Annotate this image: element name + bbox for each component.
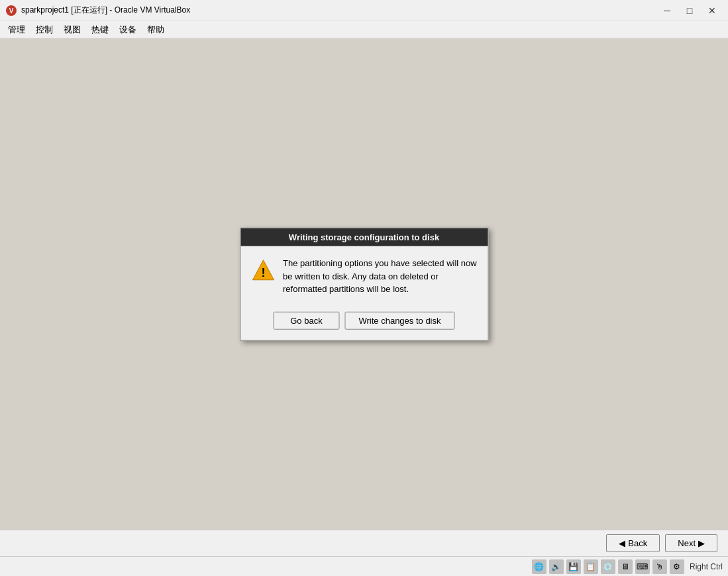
next-arrow-icon: ▶ xyxy=(698,538,705,548)
write-changes-button[interactable]: Write changes to disk xyxy=(344,311,454,329)
minimize-button[interactable]: ─ xyxy=(656,3,678,19)
titlebar: V sparkproject1 [正在运行] - Oracle VM Virtu… xyxy=(0,0,728,21)
back-arrow-icon: ◀ xyxy=(619,538,625,548)
menu-item-hotkey[interactable]: 热键 xyxy=(86,22,114,38)
dialog-buttons: Go back Write changes to disk xyxy=(240,306,488,340)
menubar: 管理 控制 视图 热键 设备 帮助 xyxy=(0,21,728,38)
navigation-bar: ◀ Back Next ▶ xyxy=(0,530,728,556)
window-controls: ─ □ ✕ xyxy=(656,3,723,19)
close-button[interactable]: ✕ xyxy=(702,3,723,19)
statusbar: 🌐 🔊 💾 📋 💿 🖥 ⌨ 🖱 ⚙ Right Ctrl xyxy=(0,556,728,576)
menu-item-devices[interactable]: 设备 xyxy=(114,22,142,38)
keyboard-icon: ⌨ xyxy=(635,559,650,574)
back-button[interactable]: ◀ Back xyxy=(606,534,660,552)
next-label: Next xyxy=(678,538,696,548)
clipboard-icon: 📋 xyxy=(584,559,598,574)
audio-icon: 🔊 xyxy=(549,559,564,574)
maximize-button[interactable]: □ xyxy=(679,3,700,19)
dialog-message: The partitioning options you have select… xyxy=(283,257,477,296)
storage-icon: 💿 xyxy=(601,559,615,574)
storage-dialog: Writing storage configuration to disk ! … xyxy=(240,228,488,341)
svg-text:V: V xyxy=(9,7,14,15)
dialog-title: Writing storage configuration to disk xyxy=(240,228,488,246)
back-label: Back xyxy=(628,538,647,548)
warning-icon: ! xyxy=(251,258,275,282)
svg-text:!: ! xyxy=(261,266,265,279)
mouse-icon: 🖱 xyxy=(652,559,667,574)
menu-item-view[interactable]: 视图 xyxy=(58,22,86,38)
next-button[interactable]: Next ▶ xyxy=(665,534,717,552)
network-icon: 🌐 xyxy=(532,559,546,574)
menu-item-manage[interactable]: 管理 xyxy=(3,22,30,38)
virtualbox-icon: V xyxy=(5,5,17,17)
dialog-body: ! The partitioning options you have sele… xyxy=(240,246,488,307)
vm-display-area: Writing storage configuration to disk ! … xyxy=(0,38,728,530)
menu-item-control[interactable]: 控制 xyxy=(30,22,58,38)
window-title: sparkproject1 [正在运行] - Oracle VM Virtual… xyxy=(21,5,656,16)
right-ctrl-label: Right Ctrl xyxy=(690,562,723,571)
go-back-button[interactable]: Go back xyxy=(273,311,339,329)
extra-icon: ⚙ xyxy=(670,559,684,574)
display-icon: 🖥 xyxy=(618,559,633,574)
menu-item-help[interactable]: 帮助 xyxy=(142,22,170,38)
usb-icon: 💾 xyxy=(566,559,581,574)
